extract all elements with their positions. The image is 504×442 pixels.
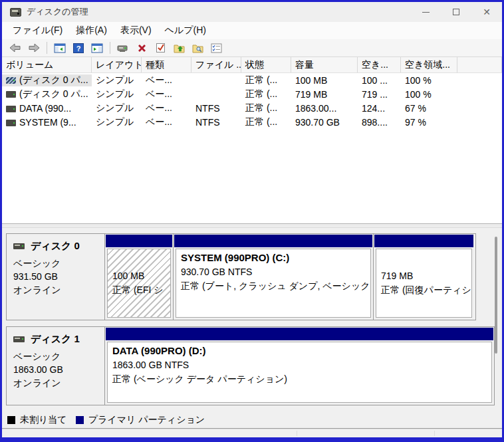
- partition-title: SYSTEM (990PRO) (C:): [181, 252, 366, 263]
- column-header-status[interactable]: 状態: [241, 57, 291, 72]
- volume-free: 719 ...: [358, 89, 401, 100]
- maximize-button[interactable]: [441, 2, 471, 22]
- check-document-button[interactable]: [152, 41, 168, 55]
- partition-efi[interactable]: 100 MB 正常 (EFI シ: [105, 234, 174, 320]
- table-row[interactable]: SYSTEM (9... シンプル ベー... NTFS 正常 (... 930…: [2, 115, 502, 129]
- volume-type: ベー...: [142, 102, 191, 114]
- title-bar: ディスクの管理 ✕: [2, 2, 502, 22]
- folder-up-icon: [174, 43, 185, 53]
- toolbar: ?: [2, 39, 502, 57]
- volume-fs: NTFS: [191, 103, 241, 114]
- column-header-free-percent[interactable]: 空き領域...: [401, 57, 457, 72]
- volume-icon: [6, 120, 16, 126]
- partition-recovery[interactable]: 719 MB 正常 (回復パーティシ: [374, 234, 474, 320]
- volume-free-percent: 97 %: [401, 117, 457, 128]
- volume-name: (ディスク 0 パ...: [19, 88, 88, 99]
- console-tree-icon: [54, 43, 66, 53]
- disk-type: ベーシック: [13, 257, 99, 270]
- minimize-icon: [422, 12, 430, 13]
- volume-type: ベー...: [142, 116, 191, 128]
- volume-capacity: 930.70 GB: [291, 117, 358, 128]
- forward-button[interactable]: [26, 41, 42, 55]
- volume-status: 正常 (...: [241, 74, 291, 86]
- toolbar-separator: [47, 42, 47, 54]
- partition-status: 正常 (EFI シ: [112, 283, 166, 297]
- rescan-disks-icon: [117, 44, 129, 53]
- properties-list-icon: [211, 43, 222, 53]
- pane-splitter[interactable]: [2, 223, 502, 228]
- disk-type: ベーシック: [13, 350, 99, 363]
- menu-action[interactable]: 操作(A): [69, 23, 114, 39]
- volume-status: 正常 (...: [241, 88, 291, 100]
- volume-type: ベー...: [142, 88, 191, 100]
- legend-primary-partition-label: プライマリ パーティション: [88, 414, 205, 426]
- forward-arrow-icon: [28, 43, 40, 53]
- disk-0-row: ディスク 0 ベーシック 931.50 GB オンライン 100 MB 正常 (…: [6, 233, 476, 320]
- vertical-scrollbar[interactable]: [495, 237, 497, 354]
- status-bar-separator: [297, 431, 297, 436]
- disk-name: ディスク 0: [31, 240, 80, 253]
- volume-name: (ディスク 0 パ...: [19, 74, 88, 85]
- back-button[interactable]: [7, 41, 23, 55]
- status-bar-separator: [434, 431, 435, 436]
- help-button[interactable]: ?: [70, 41, 86, 55]
- partition-color-bar: [106, 328, 493, 340]
- partition-status: 正常 (ベーシック データ パーティション): [112, 372, 487, 386]
- action-pane-icon: [91, 43, 103, 53]
- folder-search-button[interactable]: [189, 41, 205, 55]
- volume-type: ベー...: [142, 74, 191, 86]
- efi-volume-icon: [6, 77, 16, 84]
- volume-name: DATA (990...: [19, 103, 71, 114]
- show-console-tree-button[interactable]: [52, 41, 68, 55]
- volume-layout: シンプル: [92, 74, 142, 86]
- volume-icon: [6, 106, 16, 112]
- disk-management-window: ディスクの管理 ✕ ファイル(F) 操作(A) 表示(V) ヘルプ(H) ?: [0, 0, 504, 442]
- partition-title: DATA (990PRO) (D:): [112, 345, 487, 356]
- delete-volume-button[interactable]: [134, 41, 150, 55]
- help-icon: ?: [73, 43, 84, 53]
- menu-view[interactable]: 表示(V): [114, 23, 158, 39]
- close-icon: ✕: [483, 7, 491, 17]
- column-header-capacity[interactable]: 容量: [291, 57, 358, 72]
- volume-free-percent: 100 %: [401, 89, 457, 100]
- minimize-button[interactable]: [410, 2, 441, 22]
- menu-file[interactable]: ファイル(F): [6, 23, 69, 39]
- graphical-view: ディスク 0 ベーシック 931.50 GB オンライン 100 MB 正常 (…: [2, 228, 502, 411]
- partition-data-d[interactable]: DATA (990PRO) (D:) 1863.00 GB NTFS 正常 (ベ…: [105, 327, 494, 405]
- volume-icon: [6, 91, 16, 98]
- menu-help[interactable]: ヘルプ(H): [158, 23, 213, 39]
- partition-size: 1863.00 GB NTFS: [112, 358, 487, 372]
- disk-icon: [13, 243, 25, 249]
- volume-free: 100 ...: [358, 75, 401, 86]
- primary-partition-color-swatch: [76, 416, 84, 424]
- back-arrow-icon: [9, 43, 21, 53]
- volume-layout: シンプル: [92, 116, 142, 128]
- partition-status: 正常 (回復パーティシ: [381, 283, 467, 297]
- legend-unallocated-label: 未割り当て: [20, 414, 67, 426]
- volume-capacity: 100 MB: [291, 75, 358, 86]
- table-row[interactable]: (ディスク 0 パ... シンプル ベー... 正常 (... 719 MB 7…: [2, 87, 502, 101]
- column-header-layout[interactable]: レイアウト: [92, 57, 142, 72]
- rescan-disks-button[interactable]: [115, 41, 131, 55]
- close-button[interactable]: ✕: [471, 2, 502, 22]
- partition-system-c[interactable]: SYSTEM (990PRO) (C:) 930.70 GB NTFS 正常 (…: [174, 234, 374, 320]
- volume-free-percent: 67 %: [401, 103, 457, 114]
- column-header-volume[interactable]: ボリューム: [2, 57, 92, 72]
- column-header-filesystem[interactable]: ファイル ...: [191, 57, 241, 72]
- show-action-pane-button[interactable]: [89, 41, 105, 55]
- disk-0-label-panel[interactable]: ディスク 0 ベーシック 931.50 GB オンライン: [7, 234, 105, 320]
- volume-free: 898....: [358, 117, 401, 128]
- table-row[interactable]: DATA (990... シンプル ベー... NTFS 正常 (... 186…: [2, 101, 502, 115]
- disk-1-label-panel[interactable]: ディスク 1 ベーシック 1863.00 GB オンライン: [7, 327, 105, 405]
- disk-1-row: ディスク 1 ベーシック 1863.00 GB オンライン DATA (990P…: [6, 326, 495, 405]
- toolbar-separator: [110, 42, 110, 54]
- properties-list-button[interactable]: [208, 41, 224, 55]
- folder-up-button[interactable]: [171, 41, 187, 55]
- column-header-free[interactable]: 空き...: [358, 57, 401, 72]
- volume-free-percent: 100 %: [401, 75, 457, 86]
- partition-size: 100 MB: [112, 269, 166, 283]
- column-header-type[interactable]: 種類: [142, 57, 191, 72]
- volume-status: 正常 (...: [241, 102, 291, 114]
- table-row[interactable]: (ディスク 0 パ... シンプル ベー... 正常 (... 100 MB 1…: [2, 73, 502, 87]
- legend-bar: 未割り当て プライマリ パーティション: [2, 411, 502, 429]
